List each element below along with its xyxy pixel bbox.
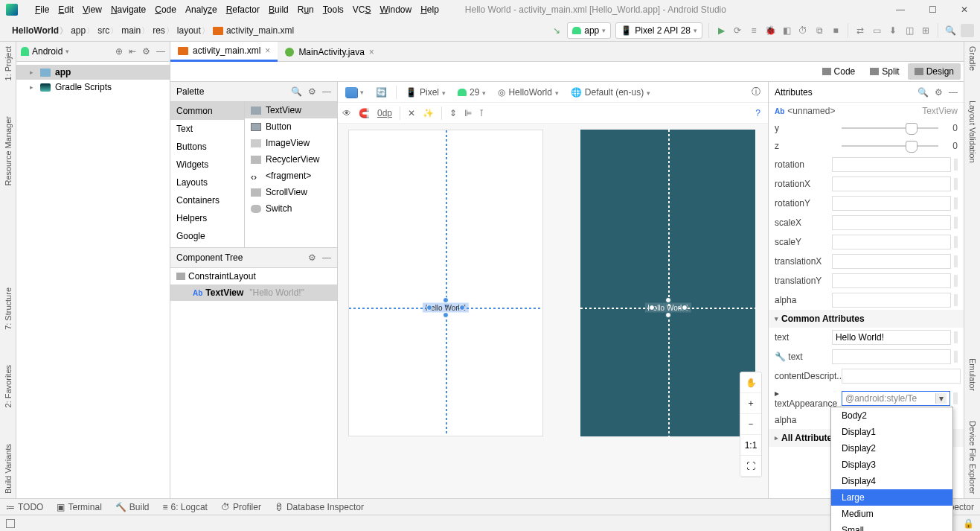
input-content-description[interactable] [842,369,961,384]
palette-cat-containers[interactable]: Containers [170,191,244,209]
palette-cat-widgets[interactable]: Widgets [170,156,244,174]
tool-resource-manager[interactable]: Resource Manager [4,116,13,186]
input-text[interactable] [832,330,951,345]
close-tab-icon[interactable]: × [369,47,374,57]
input-translationx[interactable] [832,254,951,269]
blueprint-preview[interactable]: Hello World! [580,130,755,436]
theme-menu[interactable]: ◎ HelloWorld [495,86,561,99]
design-preview-light[interactable]: Hello World! [348,130,543,436]
apply-changes-icon[interactable]: ⟳ [731,25,743,36]
input-scalex[interactable] [832,215,951,230]
tool-layout-validation[interactable]: Layout Validation [968,101,977,163]
debug-button[interactable]: 🐞 [764,25,776,36]
attr-search-icon[interactable]: 🔍 [917,87,929,98]
sdk-manager-icon[interactable]: ⬇ [887,25,899,36]
maximize-button[interactable]: ☐ [923,3,943,16]
palette-item-recyclerview[interactable]: RecyclerView [245,151,337,168]
zoom-in-button[interactable]: ＋ [740,393,761,414]
input-translationy[interactable] [832,273,951,288]
autoconnect-icon[interactable]: 🧲 [359,108,370,118]
dd-item-body2[interactable]: Body2 [831,407,952,424]
dd-item-small[interactable]: Small [831,522,952,531]
default-margin[interactable]: 0dp [377,108,392,118]
crumb-app[interactable]: app [65,23,92,38]
dd-item-display3[interactable]: Display3 [831,457,952,473]
layout-inspector-icon[interactable]: ⊞ [920,25,932,36]
select-opened-file-icon[interactable]: ⊕ [115,46,123,57]
crumb-main[interactable]: main [115,23,147,38]
menu-analyze[interactable]: Analyze [182,3,221,16]
dd-item-large[interactable]: Large [831,489,952,506]
attr-settings-icon[interactable]: ⚙ [935,87,943,98]
input-text-tools[interactable] [832,349,951,364]
palette-cat-google[interactable]: Google [170,227,244,245]
dd-item-medium[interactable]: Medium [831,506,952,522]
api-menu[interactable]: 29 [455,86,489,99]
menu-help[interactable]: Help [417,3,443,16]
input-rotation[interactable] [832,157,951,172]
input-rotationx[interactable] [832,177,951,191]
crumb-res[interactable]: res [147,23,171,38]
sync-gradle-icon[interactable]: ⇄ [854,25,866,36]
view-mode-design[interactable]: Design [908,63,961,80]
palette-hide-icon[interactable]: — [322,86,331,97]
crumb-src[interactable]: src [92,23,115,38]
expand-arrow-icon[interactable]: ▸ [30,83,36,91]
palette-cat-text[interactable]: Text [170,120,244,138]
combo-text-appearance[interactable]: @android:style/Te [842,391,950,406]
tool-logcat[interactable]: ≡ 6: Logcat [163,502,208,512]
menu-view[interactable]: View [79,3,106,16]
menu-code[interactable]: Code [151,3,180,16]
tab-main-activity[interactable]: MainActivity.java × [278,43,382,61]
tree-hide-icon[interactable]: — [322,252,331,263]
search-everywhere-icon[interactable]: 🔍 [944,25,956,36]
dd-item-display1[interactable]: Display1 [831,424,952,440]
palette-cat-common[interactable]: Common [170,102,244,120]
view-mode-split[interactable]: Split [863,63,906,80]
dd-item-display2[interactable]: Display2 [831,440,952,457]
input-rotationy[interactable] [832,196,951,211]
tool-database-inspector[interactable]: 🛢 Database Inspector [275,502,364,512]
tab-activity-main[interactable]: activity_main.xml × [170,42,278,62]
menu-run[interactable]: Run [294,3,318,16]
lock-icon[interactable]: 🔒 [963,518,974,529]
close-tab-icon[interactable]: × [265,45,270,56]
palette-item-scrollview[interactable]: ScrollView [245,184,337,200]
menu-tools[interactable]: Tools [319,3,348,16]
locale-menu[interactable]: 🌐 Default (en-us) [568,86,653,99]
palette-item-imageview[interactable]: ImageView [245,135,337,151]
palette-item-button[interactable]: Button [245,118,337,135]
user-avatar[interactable] [961,24,974,37]
input-alpha1[interactable] [832,293,951,308]
view-mode-code[interactable]: Code [816,63,862,80]
section-common-attributes[interactable]: Common Attributes [769,310,964,328]
device-selector[interactable]: 📱Pixel 2 API 28▾ [615,22,702,39]
canvas-warnings-icon[interactable]: ⓘ [749,84,763,100]
slider-z[interactable]: 0 [842,141,958,151]
crumb-layout[interactable]: layout [171,23,207,38]
zoom-fit-button[interactable]: ⛶ [740,456,761,477]
menu-file[interactable]: File [31,3,53,16]
tool-favorites[interactable]: 2: Favorites [4,365,13,407]
crumb-project[interactable]: HelloWorld [6,23,65,38]
status-indicator-icon[interactable] [6,519,15,528]
project-node-gradle[interactable]: ▸ Gradle Scripts [16,80,170,95]
menu-edit[interactable]: Edit [54,3,77,16]
settings-icon[interactable]: ⚙ [142,46,150,57]
pan-tool-button[interactable]: ✋ [740,372,761,393]
palette-cat-buttons[interactable]: Buttons [170,138,244,156]
palette-settings-icon[interactable]: ⚙ [308,86,316,97]
canvas-help-icon[interactable]: ? [752,106,763,120]
run-button[interactable]: ▶ [715,25,727,36]
collapse-all-icon[interactable]: ⇤ [129,46,136,57]
palette-item-textview[interactable]: TextView [245,102,337,118]
surface-selector[interactable]: ▾ [342,86,367,99]
palette-cat-layouts[interactable]: Layouts [170,174,244,191]
tool-profiler[interactable]: ⏱ Profiler [221,502,261,512]
hide-panel-icon[interactable]: — [156,46,165,57]
expand-arrow-icon[interactable]: ▸ [30,69,36,76]
project-node-app[interactable]: ▸ app [16,65,170,80]
project-view-mode[interactable]: Android [32,46,63,57]
view-options-icon[interactable]: 👁 [342,108,351,118]
guidelines-icon[interactable]: ⊺ [479,108,484,118]
